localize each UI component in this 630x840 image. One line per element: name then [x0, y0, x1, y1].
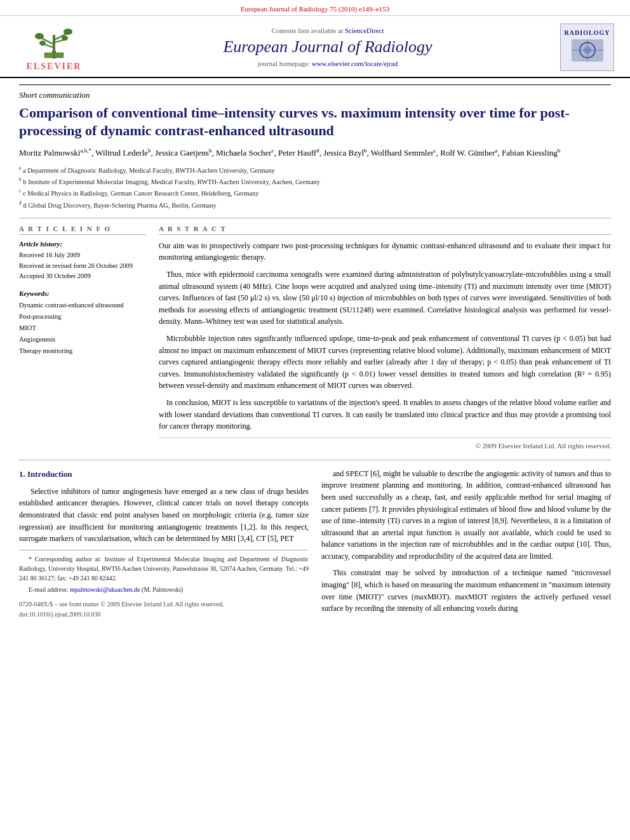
article-info-heading: A R T I C L E I N F O — [19, 225, 146, 235]
bottom-ids: 0720-048X/$ – see front matter © 2009 El… — [19, 599, 309, 620]
abstract-column: A B S T R A C T Our aim was to prospecti… — [159, 225, 611, 450]
radiology-cover-image: RADIOLOGY — [560, 23, 614, 71]
authors-text: Moritz Palmowskia,b,*, Wiltrud Lederleb,… — [19, 148, 560, 157]
cover-graphic-icon — [568, 36, 607, 65]
journal-header: ELSEVIER Contents lists available at Sci… — [0, 16, 630, 78]
abstract-heading: A B S T R A C T — [159, 225, 611, 235]
article-info-column: A R T I C L E I N F O Article history: R… — [19, 225, 146, 450]
section-divider — [19, 460, 611, 460]
keywords-list: Dynamic contrast-enhanced ultrasound Pos… — [19, 300, 146, 356]
intro-right-p1: and SPECT [6], might be valuable to desc… — [321, 468, 611, 563]
elsevier-logo-block: ELSEVIER — [13, 22, 95, 72]
copyright-line: © 2009 Elsevier Ireland Ltd. All rights … — [159, 437, 611, 450]
intro-left-p1: Selective inhibitors of tumor angiogenes… — [19, 486, 309, 545]
affil-d: d d Global Drug Discovery, Bayer-Scherin… — [19, 199, 611, 210]
authors-line: Moritz Palmowskia,b,*, Wiltrud Lederleb,… — [19, 147, 611, 159]
keyword-1: Dynamic contrast-enhanced ultrasound — [19, 300, 146, 311]
keyword-2: Post-processing — [19, 311, 146, 323]
footnote-corresponding: * Corresponding author at: Institute of … — [19, 554, 309, 583]
abstract-p4: In conclusion, MIOT is less susceptible … — [159, 397, 611, 432]
elsevier-label: ELSEVIER — [27, 62, 82, 72]
introduction-section: 1. Introduction Selective inhibitors of … — [19, 468, 611, 620]
svg-line-4 — [44, 44, 54, 48]
journal-header-center: Contents lists available at ScienceDirec… — [95, 27, 560, 67]
footnote-area: * Corresponding author at: Institute of … — [19, 550, 309, 594]
received-date: Received 16 July 2009 — [19, 250, 146, 261]
abstract-p3: Microbubble injection rates significantl… — [159, 333, 611, 392]
radiology-cover-title: RADIOLOGY — [565, 29, 610, 36]
revised-date: Received in revised form 26 October 2009 — [19, 261, 146, 272]
accepted-date: Accepted 30 October 2009 — [19, 271, 146, 282]
article-info-abstract-section: A R T I C L E I N F O Article history: R… — [19, 218, 611, 450]
svg-point-6 — [35, 33, 44, 39]
journal-top-bar: European Journal of Radiology 75 (2010) … — [0, 0, 630, 16]
abstract-p1: Our aim was to prospectively compare two… — [159, 240, 611, 263]
svg-point-7 — [64, 29, 72, 35]
intro-left-column: 1. Introduction Selective inhibitors of … — [19, 468, 309, 620]
journal-ref-text: European Journal of Radiology 75 (2010) … — [241, 5, 390, 13]
journal-homepage: journal homepage: www.elsevier.com/locat… — [95, 60, 560, 67]
intro-heading: 1. Introduction — [19, 468, 309, 481]
elsevier-logo: ELSEVIER — [13, 22, 95, 72]
article-title: Comparison of conventional time–intensit… — [19, 104, 611, 139]
article-history-label: Article history: — [19, 240, 146, 248]
homepage-link[interactable]: www.elsevier.com/locate/ejrad — [312, 60, 398, 67]
doi-line: doi:10.1016/j.ejrad.2009.10.030 — [19, 610, 309, 620]
main-content: Short communication Comparison of conven… — [0, 78, 630, 632]
abstract-p2: Thus, mice with epidermoid carcinoma xen… — [159, 269, 611, 328]
article-history-dates: Received 16 July 2009 Received in revise… — [19, 250, 146, 282]
svg-line-5 — [54, 40, 64, 43]
abstract-text: Our aim was to prospectively compare two… — [159, 240, 611, 432]
footnote-email: E-mail address: mpalmowski@ukaachen.de (… — [19, 585, 309, 594]
keyword-3: MIOT — [19, 323, 146, 334]
sciencedirect-link[interactable]: ScienceDirect — [345, 27, 384, 34]
affil-b: b b Institute of Experimental Molecular … — [19, 176, 611, 187]
journal-title: European Journal of Radiology — [95, 37, 560, 57]
keyword-5: Therapy monitoring — [19, 345, 146, 357]
keyword-4: Angiogenesis — [19, 334, 146, 345]
contents-line: Contents lists available at ScienceDirec… — [95, 27, 560, 34]
intro-right-column: and SPECT [6], might be valuable to desc… — [321, 468, 611, 620]
article-type: Short communication — [19, 84, 611, 100]
affil-a: a a Department of Diagnostic Radiology, … — [19, 164, 611, 175]
keywords-label: Keywords: — [19, 290, 146, 297]
journal-cover-block: RADIOLOGY — [560, 23, 617, 71]
affil-c: c c Medical Physics in Radiology, German… — [19, 187, 611, 198]
intro-right-p2: This constraint may be solved by introdu… — [321, 567, 611, 614]
svg-point-8 — [39, 41, 46, 46]
issn-line: 0720-048X/$ – see front matter © 2009 El… — [19, 599, 309, 610]
svg-point-9 — [62, 36, 68, 41]
affiliations: a a Department of Diagnostic Radiology, … — [19, 164, 611, 210]
elsevier-tree-icon — [32, 22, 76, 60]
